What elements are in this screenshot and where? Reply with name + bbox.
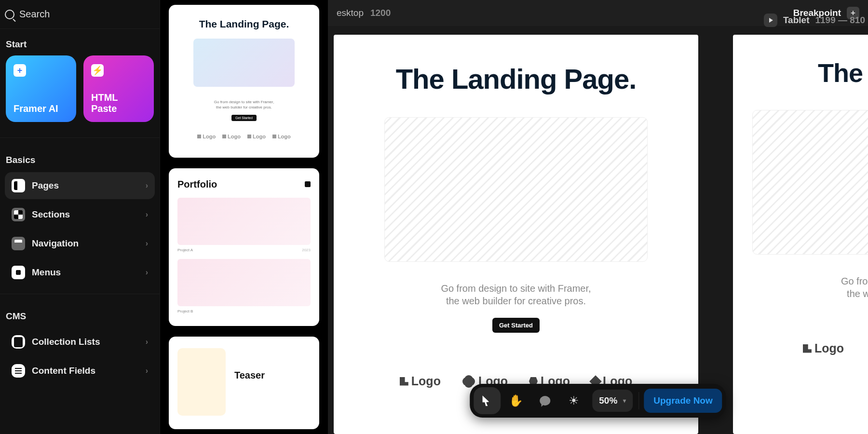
template-title: Teaser	[234, 370, 265, 381]
logo-icon: Logo	[197, 134, 216, 139]
sidebar-item-pages[interactable]: Pages ›	[5, 172, 155, 199]
section-heading-start: Start	[0, 29, 160, 55]
search-icon	[5, 10, 14, 19]
logo-icon	[464, 377, 473, 386]
template-project-meta: Project A 2023	[177, 248, 311, 252]
navigation-icon	[12, 237, 25, 250]
logo-icon: Logo	[272, 134, 291, 139]
sidebar-item-label: Menus	[32, 267, 61, 278]
zoom-dropdown[interactable]: 50% ▾	[592, 390, 633, 412]
start-card-label: Framer AI	[14, 103, 68, 114]
chevron-right-icon: ›	[146, 239, 148, 248]
play-icon	[764, 14, 777, 27]
sun-icon: ☀	[569, 394, 579, 407]
section-heading-basics: Basics	[0, 145, 160, 171]
sections-icon	[12, 208, 25, 221]
logos-row: Logo Logo	[803, 341, 868, 355]
hero-image-placeholder	[384, 117, 648, 262]
breakpoint-name: esktop	[337, 8, 364, 18]
canvas-scroll[interactable]: The Landing Page. Go from design to site…	[328, 35, 868, 434]
template-hero-placeholder	[193, 39, 295, 87]
settings-dot-icon	[305, 181, 311, 187]
template-project-block	[177, 198, 311, 245]
start-cards: + Framer AI ⚡ HTML Paste	[0, 55, 160, 131]
chevron-right-icon: ›	[146, 366, 148, 375]
template-portfolio[interactable]: Portfolio Project A 2023 Project B	[169, 168, 319, 326]
canvas-area: esktop 1200 Breakpoint + Tablet 1199 — 8…	[328, 0, 868, 434]
collection-lists-icon	[12, 335, 25, 349]
hand-icon: ✋	[509, 394, 523, 407]
sidebar-item-label: Content Fields	[32, 366, 95, 376]
hero-image-placeholder	[752, 110, 868, 255]
left-sidebar: Search Start + Framer AI ⚡ HTML Paste Ba…	[0, 0, 160, 434]
plus-icon: +	[14, 64, 26, 77]
chevron-right-icon: ›	[146, 181, 148, 190]
template-cta: Get Started	[231, 115, 257, 121]
logo-item: Logo	[400, 374, 441, 388]
floating-toolbar: ✋ ☀ 50% ▾ Upgrade Now	[470, 384, 726, 418]
divider	[0, 137, 160, 138]
breakpoint-name: Tablet	[783, 15, 810, 26]
sidebar-item-label: Navigation	[32, 238, 79, 249]
sidebar-item-sections[interactable]: Sections ›	[5, 201, 155, 228]
menus-icon	[12, 266, 25, 279]
cursor-icon	[482, 395, 492, 406]
upgrade-button[interactable]: Upgrade Now	[644, 389, 722, 413]
breakpoint-tablet-label[interactable]: Tablet 1199 — 810	[764, 14, 865, 27]
hand-tool[interactable]: ✋	[502, 387, 529, 414]
logo-icon	[803, 344, 812, 353]
content-fields-icon	[12, 364, 25, 378]
separator	[638, 392, 639, 409]
sidebar-item-navigation[interactable]: Navigation ›	[5, 230, 155, 257]
page-subtitle: Go from the w	[841, 275, 868, 300]
breakpoint-size: 1200	[370, 8, 391, 18]
theme-toggle[interactable]: ☀	[560, 387, 587, 414]
template-gallery: The Landing Page. Go from design to site…	[160, 0, 328, 434]
search-input[interactable]: Search	[0, 0, 160, 29]
comment-tool[interactable]	[531, 387, 558, 414]
chevron-down-icon: ▾	[623, 397, 626, 404]
divider	[0, 294, 160, 294]
template-project-block	[177, 259, 311, 306]
sidebar-item-collection-lists[interactable]: Collection Lists ›	[5, 328, 155, 355]
template-project-meta: Project B	[177, 309, 311, 313]
select-tool[interactable]	[474, 387, 501, 414]
template-logos-row: Logo Logo Logo Logo	[197, 134, 291, 149]
page-subtitle: Go from design to site with Framer, the …	[441, 282, 591, 307]
sidebar-item-label: Sections	[32, 209, 70, 220]
template-title: Portfolio	[177, 179, 217, 190]
sidebar-item-menus[interactable]: Menus ›	[5, 259, 155, 286]
template-landing-page[interactable]: The Landing Page. Go from design to site…	[169, 5, 319, 158]
chevron-right-icon: ›	[146, 210, 148, 219]
bolt-icon: ⚡	[91, 64, 104, 77]
chevron-right-icon: ›	[146, 338, 148, 346]
frame-desktop[interactable]: The Landing Page. Go from design to site…	[334, 35, 698, 434]
logo-icon	[400, 377, 408, 386]
breakpoint-range: 1199 — 810	[815, 15, 865, 26]
chat-icon	[540, 396, 550, 406]
start-card-label: HTML Paste	[91, 92, 146, 114]
start-card-framer-ai[interactable]: + Framer AI	[6, 55, 76, 122]
section-heading-cms: CMS	[0, 301, 160, 327]
logo-item: Logo	[803, 341, 844, 355]
sidebar-item-label: Collection Lists	[32, 337, 100, 347]
template-teaser-block	[177, 348, 226, 416]
page-heading: The La	[818, 58, 868, 88]
zoom-value: 50%	[599, 395, 617, 406]
logo-icon: Logo	[247, 134, 266, 139]
breakpoint-desktop-label[interactable]: esktop 1200	[337, 8, 391, 18]
sidebar-item-content-fields[interactable]: Content Fields ›	[5, 357, 155, 384]
cta-button: Get Started	[492, 318, 540, 333]
start-card-html-paste[interactable]: ⚡ HTML Paste	[83, 55, 154, 122]
chevron-right-icon: ›	[146, 268, 148, 277]
logo-icon: Logo	[222, 134, 241, 139]
template-teaser[interactable]: Teaser	[169, 337, 319, 429]
pages-icon	[12, 179, 25, 192]
template-subtitle: Go from design to site with Framer, the …	[214, 99, 274, 110]
template-title: The Landing Page.	[199, 18, 289, 30]
frame-tablet[interactable]: The La Go from the w Logo Logo	[733, 35, 868, 434]
page-heading: The Landing Page.	[396, 63, 637, 95]
sidebar-item-label: Pages	[32, 180, 59, 191]
search-placeholder: Search	[19, 9, 50, 20]
